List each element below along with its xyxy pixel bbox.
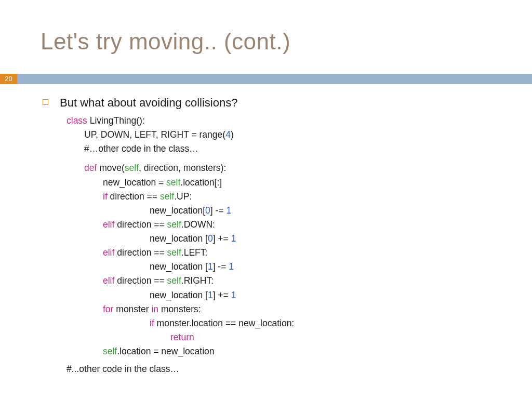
code-line: new_location = self.location[:]: [66, 176, 511, 190]
code-line: class LivingThing():: [66, 114, 511, 128]
slide-number-badge: 20: [0, 74, 17, 84]
code-line: if monster.location == new_location:: [66, 316, 511, 330]
header-bar: [0, 74, 532, 84]
code-block: class LivingThing(): UP, DOWN, LEFT, RIG…: [66, 114, 511, 358]
code-line: new_location[0] -= 1: [66, 204, 511, 218]
bullet-marker-icon: [43, 99, 48, 105]
code-line: new_location [1] += 1: [66, 288, 511, 302]
code-footer: #...other code in the class…: [66, 364, 511, 375]
bullet-text: But what about avoiding collisions?: [60, 96, 237, 110]
code-line: new_location [1] -= 1: [66, 260, 511, 274]
code-line: if direction == self.UP:: [66, 190, 511, 204]
code-line: return: [66, 330, 511, 344]
code-line: elif direction == self.RIGHT:: [66, 274, 511, 288]
code-line: self.location = new_location: [66, 344, 511, 358]
bullet-item: But what about avoiding collisions?: [43, 96, 511, 110]
code-line: UP, DOWN, LEFT, RIGHT = range(4): [66, 128, 511, 142]
code-line: #…other code in the class…: [66, 142, 511, 156]
slide-title: Let's try moving.. (cont.): [41, 29, 290, 55]
code-line: def move(self, direction, monsters):: [66, 161, 511, 175]
code-line: for monster in monsters:: [66, 302, 511, 316]
slide-content: But what about avoiding collisions? clas…: [43, 96, 511, 375]
code-line: elif direction == self.DOWN:: [66, 218, 511, 232]
code-line: new_location [0] += 1: [66, 232, 511, 246]
code-line: elif direction == self.LEFT:: [66, 246, 511, 260]
